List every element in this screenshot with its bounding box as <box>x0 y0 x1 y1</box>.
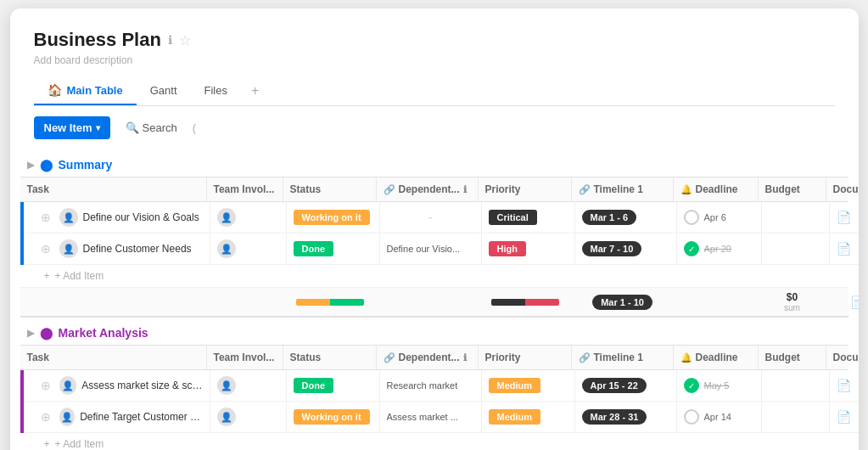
doc-icon-m1[interactable]: 📄 <box>837 379 851 392</box>
cell-budget-m1 <box>762 370 830 401</box>
add-row-icon[interactable]: ⊕ <box>41 211 54 224</box>
cell-priority-1[interactable]: Critical <box>482 202 575 233</box>
add-row-icon-2[interactable]: ⊕ <box>41 242 54 256</box>
cell-dep-m1: Research market <box>380 370 482 401</box>
summary-cell-team <box>207 288 283 316</box>
timeline-badge-2: Mar 7 - 10 <box>582 241 642 256</box>
search-button[interactable]: 🔍 Search <box>119 116 184 139</box>
title-row: Business Plan ℹ ☆ <box>34 29 835 51</box>
avatar-m1[interactable]: 👤 <box>59 376 77 395</box>
data-row-1: ⊕ 👤 Define our Vision & Goals 👤 Working … <box>24 202 859 233</box>
add-tab-button[interactable]: + <box>241 76 269 105</box>
avatar-2[interactable]: 👤 <box>59 239 78 258</box>
chevron-down-icon: ▾ <box>96 123 100 132</box>
col-timeline-m: 🔗 Timeline 1 <box>572 346 674 369</box>
cell-doc-m2[interactable]: 📄 <box>830 402 859 432</box>
group-summary-title[interactable]: Summary <box>59 158 113 172</box>
col-timeline: 🔗 Timeline 1 <box>572 177 674 201</box>
doc-icon-m2[interactable]: 📄 <box>837 410 851 424</box>
col-headers-market: Task Team Invol... Status 🔗 Dependent...… <box>20 345 848 370</box>
cell-task-2: ⊕ 👤 Define Customer Needs <box>24 233 210 264</box>
col-team-m: Team Invol... <box>207 346 283 369</box>
tab-files[interactable]: Files <box>191 77 241 105</box>
col-deadline-m: 🔔 Deadline <box>674 346 759 369</box>
table-row: ⊕ 👤 Assess market size & scope 👤 Done Re… <box>20 370 848 402</box>
summary-cell-budget: $0 sum <box>759 288 826 316</box>
col-headers-summary: Task Team Invol... Status 🔗 Dependent...… <box>20 177 848 202</box>
summary-row-1: Mar 1 - 10 $0 sum 📄 📄 <box>20 288 848 318</box>
dep-text-m1: Research market <box>387 380 458 391</box>
add-item-market[interactable]: + + Add Item <box>20 433 848 450</box>
cell-priority-m2[interactable]: Medium <box>482 402 575 432</box>
bar-seg-3 <box>491 299 525 306</box>
cell-priority-2[interactable]: High <box>482 233 575 264</box>
cell-timeline-m1[interactable]: Apr 15 - 22 <box>575 370 677 401</box>
new-item-button[interactable]: New Item ▾ <box>34 116 110 139</box>
col-priority-m: Priority <box>479 346 572 369</box>
search-icon: 🔍 <box>126 121 139 134</box>
cell-status-1[interactable]: Working on it <box>287 202 380 233</box>
priority-badge-2: High <box>489 241 526 256</box>
add-row-icon-m2[interactable]: ⊕ <box>41 410 54 424</box>
info-col-icon-m: ℹ <box>463 352 467 363</box>
avatar-1[interactable]: 👤 <box>59 208 78 227</box>
avatar-m2[interactable]: 👤 <box>59 408 76 426</box>
tab-gantt[interactable]: Gantt <box>137 77 191 105</box>
cell-status-m2[interactable]: Working on it <box>287 402 380 432</box>
col-dep-m: 🔗 Dependent... ℹ <box>377 346 479 369</box>
col-priority: Priority <box>479 177 572 201</box>
avatar-team-1[interactable]: 👤 <box>217 208 236 227</box>
bar-seg-1 <box>296 299 330 306</box>
link-icon: 🔗 <box>384 184 395 195</box>
add-icon-summary: + <box>44 270 50 282</box>
status-badge-m2: Working on it <box>294 409 370 425</box>
col-budget-m: Budget <box>759 346 826 369</box>
group-market-title[interactable]: Market Analysis <box>59 326 148 340</box>
col-status-m: Status <box>283 346 377 369</box>
avatar-team-2[interactable]: 👤 <box>217 239 236 258</box>
summary-cell-status <box>283 288 377 316</box>
cell-status-2[interactable]: Done <box>287 233 380 264</box>
star-icon[interactable]: ☆ <box>179 32 191 48</box>
page-subtitle[interactable]: Add board description <box>34 54 835 66</box>
cell-doc-1[interactable]: 📄 <box>830 202 859 233</box>
avatar-team-m1[interactable]: 👤 <box>217 376 236 395</box>
cell-timeline-m2[interactable]: Mar 28 - 31 <box>575 402 677 432</box>
home-icon: 🏠 <box>48 83 62 97</box>
table-row: ⊕ 👤 Define Target Customer & Need 👤 Work… <box>20 402 848 433</box>
add-icon-market: + <box>44 438 50 450</box>
col-budget: Budget <box>759 177 826 201</box>
data-row-m2: ⊕ 👤 Define Target Customer & Need 👤 Work… <box>24 402 859 433</box>
avatar-team-m2[interactable]: 👤 <box>217 408 236 426</box>
cell-priority-m1[interactable]: Medium <box>482 370 575 401</box>
cell-doc-m1[interactable]: 📄 <box>830 370 859 401</box>
add-item-summary[interactable]: + + Add Item <box>20 265 848 288</box>
status-badge-1: Working on it <box>294 210 370 225</box>
cell-timeline-1[interactable]: Mar 1 - 6 <box>575 202 677 233</box>
cell-deadline-1: Apr 6 <box>677 202 762 233</box>
add-row-icon-m1[interactable]: ⊕ <box>41 379 54 392</box>
group-toggle-market[interactable]: ▶ <box>27 327 35 339</box>
toolbar-extra: ( <box>193 121 196 134</box>
task-name-2: Define Customer Needs <box>83 243 192 255</box>
info-icon[interactable]: ℹ <box>168 33 172 47</box>
cell-status-m1[interactable]: Done <box>287 370 380 401</box>
doc-icon-1[interactable]: 📄 <box>837 211 851 224</box>
page-title: Business Plan <box>34 29 161 51</box>
doc-icon-2[interactable]: 📄 <box>837 242 851 256</box>
cell-team-m2: 👤 <box>210 402 287 432</box>
dep-dash-1: - <box>387 211 474 224</box>
col-team: Team Invol... <box>207 177 283 201</box>
cell-task-1: ⊕ 👤 Define our Vision & Goals <box>24 202 210 233</box>
col-dep: 🔗 Dependent... ℹ <box>377 177 479 201</box>
timeline-badge-m2: Mar 28 - 31 <box>582 409 647 425</box>
deadline-text-2: Apr 20 <box>704 244 731 254</box>
summary-doc-icon-1[interactable]: 📄 <box>850 295 859 309</box>
cell-timeline-2[interactable]: Mar 7 - 10 <box>575 233 677 264</box>
timeline-badge-1: Mar 1 - 6 <box>582 210 637 225</box>
tab-main-table[interactable]: 🏠 Main Table <box>34 76 137 105</box>
group-toggle-summary[interactable]: ▶ <box>27 159 35 171</box>
deadline-circle-m1: ✓ <box>684 378 699 393</box>
cell-doc-2[interactable]: 📄 <box>830 233 859 264</box>
summary-cell-docs: 📄 📄 <box>826 288 859 316</box>
